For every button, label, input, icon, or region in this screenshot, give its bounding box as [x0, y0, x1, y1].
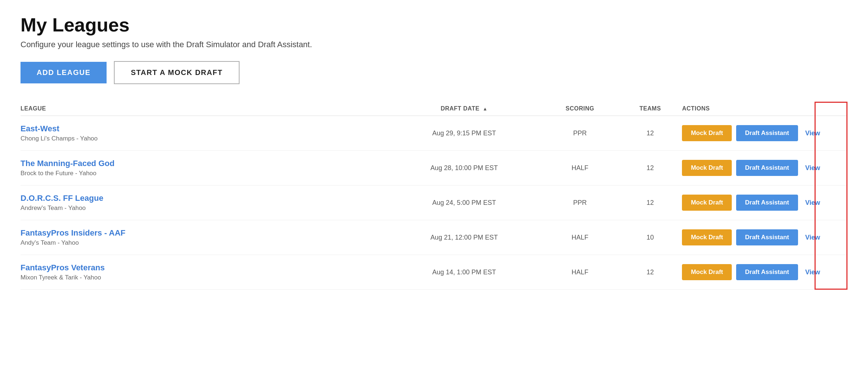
page-title: My Leagues [21, 15, 847, 35]
add-league-button[interactable]: ADD LEAGUE [21, 62, 107, 83]
actions-cell-3: Mock Draft Draft Assistant View [682, 220, 847, 255]
teams-cell-0: 12 [624, 116, 682, 151]
leagues-table-wrapper: LEAGUE DRAFT DATE ▲ SCORING TEAMS ACTION… [21, 102, 847, 290]
actions-inner-2: Mock Draft Draft Assistant View [682, 195, 842, 211]
draft-assistant-button-4[interactable]: Draft Assistant [736, 264, 798, 280]
teams-cell-2: 12 [624, 185, 682, 220]
mock-draft-button-3[interactable]: Mock Draft [682, 229, 732, 245]
league-cell-3: FantasyPros Insiders - AAF Andy's Team -… [21, 220, 393, 255]
actions-cell-2: Mock Draft Draft Assistant View [682, 185, 847, 220]
col-header-teams: TEAMS [624, 102, 682, 116]
draft-date-cell-2: Aug 24, 5:00 PM EST [393, 185, 541, 220]
actions-cell-4: Mock Draft Draft Assistant View [682, 255, 847, 290]
view-button-4[interactable]: View [802, 268, 823, 276]
view-button-2[interactable]: View [802, 199, 823, 207]
league-name-2[interactable]: D.O.R.C.S. FF League [21, 194, 387, 203]
table-row: D.O.R.C.S. FF League Andrew's Team - Yah… [21, 185, 847, 220]
actions-inner-3: Mock Draft Draft Assistant View [682, 229, 842, 245]
start-mock-draft-button[interactable]: START A MOCK DRAFT [114, 61, 240, 84]
mock-draft-button-2[interactable]: Mock Draft [682, 195, 732, 211]
league-cell-0: East-West Chong Li's Champs - Yahoo [21, 116, 393, 151]
actions-cell-0: Mock Draft Draft Assistant View [682, 116, 847, 151]
table-row: FantasyPros Veterans Mixon Tyreek & Tari… [21, 255, 847, 290]
league-sub-1: Brock to the Future - Yahoo [21, 170, 96, 177]
teams-cell-4: 12 [624, 255, 682, 290]
league-sub-2: Andrew's Team - Yahoo [21, 204, 86, 211]
league-name-4[interactable]: FantasyPros Veterans [21, 263, 387, 273]
table-row: East-West Chong Li's Champs - Yahoo Aug … [21, 116, 847, 151]
leagues-table: LEAGUE DRAFT DATE ▲ SCORING TEAMS ACTION… [21, 102, 847, 290]
view-button-3[interactable]: View [802, 234, 823, 241]
view-button-1[interactable]: View [802, 164, 823, 172]
league-sub-3: Andy's Team - Yahoo [21, 239, 79, 246]
col-header-draft-date[interactable]: DRAFT DATE ▲ [393, 102, 541, 116]
draft-assistant-button-3[interactable]: Draft Assistant [736, 229, 798, 245]
scoring-cell-2: PPR [542, 185, 624, 220]
league-sub-4: Mixon Tyreek & Tarik - Yahoo [21, 274, 101, 281]
actions-inner-0: Mock Draft Draft Assistant View [682, 125, 842, 141]
scoring-cell-0: PPR [542, 116, 624, 151]
col-header-scoring: SCORING [542, 102, 624, 116]
league-sub-0: Chong Li's Champs - Yahoo [21, 135, 98, 142]
scoring-cell-4: HALF [542, 255, 624, 290]
draft-date-cell-0: Aug 29, 9:15 PM EST [393, 116, 541, 151]
league-cell-2: D.O.R.C.S. FF League Andrew's Team - Yah… [21, 185, 393, 220]
league-name-1[interactable]: The Manning-Faced God [21, 159, 387, 168]
mock-draft-button-4[interactable]: Mock Draft [682, 264, 732, 280]
league-cell-4: FantasyPros Veterans Mixon Tyreek & Tari… [21, 255, 393, 290]
draft-assistant-button-2[interactable]: Draft Assistant [736, 195, 798, 211]
page-subtitle: Configure your league settings to use wi… [21, 40, 847, 49]
actions-cell-1: Mock Draft Draft Assistant View [682, 151, 847, 185]
league-name-3[interactable]: FantasyPros Insiders - AAF [21, 228, 387, 238]
draft-date-cell-4: Aug 14, 1:00 PM EST [393, 255, 541, 290]
view-button-0[interactable]: View [802, 129, 823, 137]
table-row: FantasyPros Insiders - AAF Andy's Team -… [21, 220, 847, 255]
league-cell-1: The Manning-Faced God Brock to the Futur… [21, 151, 393, 185]
table-row: The Manning-Faced God Brock to the Futur… [21, 151, 847, 185]
draft-assistant-button-0[interactable]: Draft Assistant [736, 125, 798, 141]
draft-date-cell-1: Aug 28, 10:00 PM EST [393, 151, 541, 185]
action-buttons: ADD LEAGUE START A MOCK DRAFT [21, 61, 847, 84]
scoring-cell-3: HALF [542, 220, 624, 255]
mock-draft-button-1[interactable]: Mock Draft [682, 160, 732, 176]
scoring-cell-1: HALF [542, 151, 624, 185]
actions-inner-4: Mock Draft Draft Assistant View [682, 264, 842, 280]
mock-draft-button-0[interactable]: Mock Draft [682, 125, 732, 141]
teams-cell-1: 12 [624, 151, 682, 185]
table-header-row: LEAGUE DRAFT DATE ▲ SCORING TEAMS ACTION… [21, 102, 847, 116]
draft-date-cell-3: Aug 21, 12:00 PM EST [393, 220, 541, 255]
sort-arrow-icon: ▲ [483, 106, 487, 112]
league-name-0[interactable]: East-West [21, 124, 387, 134]
col-header-league: LEAGUE [21, 102, 393, 116]
col-header-actions: ACTIONS [682, 102, 847, 116]
teams-cell-3: 10 [624, 220, 682, 255]
actions-inner-1: Mock Draft Draft Assistant View [682, 160, 842, 176]
draft-assistant-button-1[interactable]: Draft Assistant [736, 160, 798, 176]
